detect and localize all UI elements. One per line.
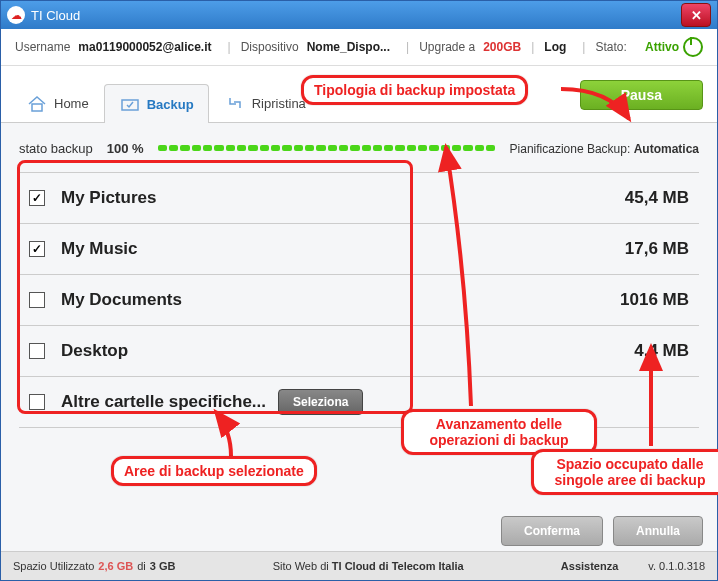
action-row: Conferma Annulla xyxy=(501,516,703,546)
status-label: stato backup xyxy=(19,141,93,156)
close-button[interactable]: ✕ xyxy=(681,3,711,27)
log-link[interactable]: Log xyxy=(544,40,566,54)
callout-size: Spazio occupato dalle singole aree di ba… xyxy=(531,449,718,495)
username-value: ma0119000052@alice.it xyxy=(78,40,211,54)
window-title: TI Cloud xyxy=(31,8,681,23)
tab-home[interactable]: Home xyxy=(11,83,104,122)
arrow-icon xyxy=(559,79,639,129)
device-label: Dispositivo xyxy=(241,40,299,54)
space-label: Spazio Utilizzato xyxy=(13,560,94,572)
footer: Spazio Utilizzato 2,6 GB di 3 GB Sito We… xyxy=(1,551,717,580)
footer-site[interactable]: Sito Web di TI Cloud di Telecom Italia xyxy=(175,560,560,572)
power-icon[interactable] xyxy=(683,37,703,57)
restore-icon xyxy=(224,94,246,112)
info-toolbar: Username ma0119000052@alice.it | Disposi… xyxy=(1,29,717,66)
highlight-folders xyxy=(17,160,413,414)
space-total: 3 GB xyxy=(150,560,176,572)
upgrade-label: Upgrade a xyxy=(419,40,475,54)
username-label: Username xyxy=(15,40,70,54)
tab-backup[interactable]: Backup xyxy=(104,84,209,123)
confirm-button[interactable]: Conferma xyxy=(501,516,603,546)
state-value: Attivo xyxy=(645,37,703,57)
title-bar: ☁ TI Cloud ✕ xyxy=(1,1,717,29)
version: v. 0.1.0.318 xyxy=(648,560,705,572)
arrow-icon xyxy=(631,341,671,451)
backup-icon xyxy=(119,95,141,113)
cancel-button[interactable]: Annulla xyxy=(613,516,703,546)
svg-rect-0 xyxy=(32,104,42,111)
status-row: stato backup 100 % Pianificazione Backup… xyxy=(19,141,699,156)
device-value: Nome_Dispo... xyxy=(307,40,390,54)
home-icon xyxy=(26,94,48,112)
space-used: 2,6 GB xyxy=(98,560,133,572)
cloud-icon: ☁ xyxy=(7,6,25,24)
state-label: Stato: xyxy=(595,40,626,54)
status-percent: 100 % xyxy=(107,141,144,156)
assist-link[interactable]: Assistenza xyxy=(561,560,618,572)
callout-backup-type: Tipologia di backup impostata xyxy=(301,75,528,105)
arrow-icon xyxy=(201,406,261,461)
app-window: ☁ TI Cloud ✕ Username ma0119000052@alice… xyxy=(0,0,718,581)
callout-areas: Aree di backup selezionate xyxy=(111,456,317,486)
plan: Pianificazione Backup: Automatica xyxy=(510,142,699,156)
arrow-icon xyxy=(431,141,491,411)
upgrade-link[interactable]: 200GB xyxy=(483,40,521,54)
